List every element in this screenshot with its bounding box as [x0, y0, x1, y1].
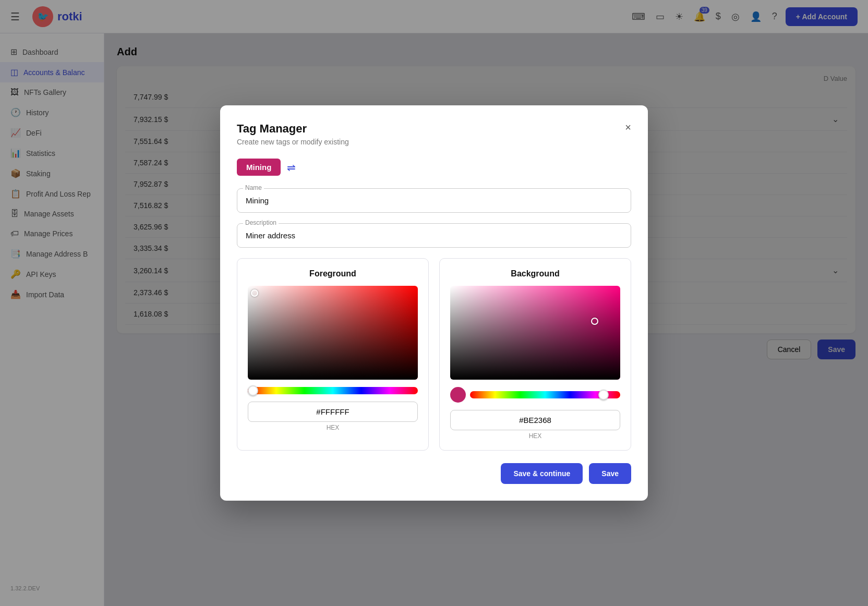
description-field: Description	[237, 223, 631, 248]
save-button[interactable]: Save	[589, 463, 631, 484]
name-label: Name	[243, 184, 264, 191]
color-pickers-row: Foreground HEX Ba	[237, 258, 631, 451]
background-color-swatch	[450, 387, 466, 403]
name-field: Name	[237, 188, 631, 213]
tag-badge: Mining	[237, 159, 281, 176]
modal-title-area: Tag Manager Create new tags or modify ex…	[237, 122, 349, 146]
background-title: Background	[511, 269, 559, 278]
foreground-panel: Foreground HEX	[237, 258, 429, 451]
description-label: Description	[243, 219, 279, 226]
save-continue-button[interactable]: Save & continue	[501, 463, 583, 484]
modal-footer: Save & continue Save	[237, 463, 631, 484]
background-hex-input[interactable]	[450, 410, 620, 430]
name-input[interactable]	[237, 188, 631, 213]
tag-preview-row: Mining ⇌	[237, 159, 631, 176]
shuffle-icon[interactable]: ⇌	[287, 161, 296, 174]
description-input[interactable]	[237, 223, 631, 248]
tag-manager-modal: Tag Manager Create new tags or modify ex…	[220, 105, 648, 501]
foreground-title: Foreground	[309, 269, 356, 278]
foreground-hex-label: HEX	[327, 424, 340, 431]
foreground-gradient-canvas[interactable]	[248, 286, 418, 380]
foreground-hue-slider-wrap	[248, 387, 418, 394]
modal-header: Tag Manager Create new tags or modify ex…	[237, 122, 631, 146]
background-gradient-canvas[interactable]	[450, 286, 620, 380]
background-hue-slider-wrap	[450, 387, 620, 403]
modal-subtitle: Create new tags or modify existing	[237, 138, 349, 146]
foreground-hex-wrap: HEX	[248, 402, 418, 431]
background-hue-slider[interactable]	[470, 391, 620, 398]
foreground-cursor	[251, 289, 258, 297]
background-cursor	[591, 318, 598, 325]
background-panel: Background HEX	[439, 258, 631, 451]
modal-close-button[interactable]: ×	[625, 122, 631, 132]
modal-title: Tag Manager	[237, 122, 349, 136]
foreground-hex-input[interactable]	[248, 402, 418, 422]
background-hex-label: HEX	[529, 432, 542, 440]
background-hex-wrap: HEX	[450, 410, 620, 440]
foreground-hue-slider[interactable]	[248, 387, 418, 394]
